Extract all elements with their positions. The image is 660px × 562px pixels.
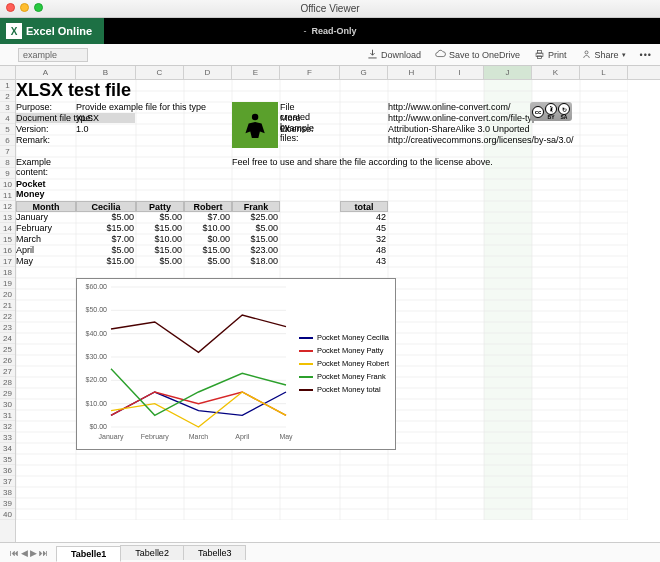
row-header-32[interactable]: 32 [0,421,15,432]
more-button[interactable]: ••• [640,50,652,60]
save-onedrive-button[interactable]: Save to OneDrive [435,49,520,60]
svg-text:$60.00: $60.00 [86,283,108,290]
row-header-31[interactable]: 31 [0,410,15,421]
row-header-40[interactable]: 40 [0,509,15,520]
row-header-33[interactable]: 33 [0,432,15,443]
sheet-tab-Tabelle2[interactable]: Tabelle2 [120,545,184,560]
row-header-11[interactable]: 11 [0,190,15,201]
row-header-8[interactable]: 8 [0,157,15,168]
row-header-12[interactable]: 12 [0,201,15,212]
row-header-37[interactable]: 37 [0,476,15,487]
row-header-7[interactable]: 7 [0,146,15,157]
row-header-9[interactable]: 9 [0,168,15,179]
nav-first-icon[interactable]: ⏮ [10,548,19,558]
row-header-28[interactable]: 28 [0,377,15,388]
spreadsheet-grid[interactable]: ABCDEFGHIJKL 123456789101112131415161718… [0,66,660,542]
row-header-18[interactable]: 18 [0,267,15,278]
svg-text:$10.00: $10.00 [86,400,108,407]
row-header-5[interactable]: 5 [0,124,15,135]
row-header-27[interactable]: 27 [0,366,15,377]
col-header-E[interactable]: E [232,66,280,79]
row-header-2[interactable]: 2 [0,91,15,102]
row-header-6[interactable]: 6 [0,135,15,146]
svg-text:January: January [99,433,124,441]
document-name-field[interactable]: example [18,48,88,62]
sheet-nav[interactable]: ⏮ ◀ ▶ ⏭ [10,548,48,558]
col-header-C[interactable]: C [136,66,184,79]
sheet-tab-bar: ⏮ ◀ ▶ ⏭ Tabelle1Tabelle2Tabelle3 [0,542,660,562]
cc-license-badge: cc⦚BY↻SA [530,102,572,121]
row-header-21[interactable]: 21 [0,300,15,311]
svg-text:$30.00: $30.00 [86,353,108,360]
col-header-I[interactable]: I [436,66,484,79]
brand-tile[interactable]: Excel Online [0,18,104,44]
close-window-button[interactable] [6,3,15,12]
row-header-39[interactable]: 39 [0,498,15,509]
row-header-29[interactable]: 29 [0,388,15,399]
svg-text:March: March [189,433,209,440]
clipart-image [232,102,278,148]
window-titlebar: Office Viewer [0,0,660,18]
sheet-tab-Tabelle3[interactable]: Tabelle3 [183,545,247,560]
readonly-indicator: - Read-Only [303,26,356,36]
row-header-34[interactable]: 34 [0,443,15,454]
row-header-16[interactable]: 16 [0,245,15,256]
col-header-L[interactable]: L [580,66,628,79]
row-header-23[interactable]: 23 [0,322,15,333]
excel-icon [6,23,22,39]
row-headers[interactable]: 1234567891011121314151617181920212223242… [0,80,16,542]
row-header-10[interactable]: 10 [0,179,15,190]
col-header-G[interactable]: G [340,66,388,79]
cell-area[interactable]: XLSX test filePurpose:Provide example fi… [16,80,660,542]
col-header-H[interactable]: H [388,66,436,79]
share-button[interactable]: Share ▾ [581,49,626,60]
row-header-24[interactable]: 24 [0,333,15,344]
row-header-26[interactable]: 26 [0,355,15,366]
row-header-38[interactable]: 38 [0,487,15,498]
row-header-19[interactable]: 19 [0,278,15,289]
row-header-25[interactable]: 25 [0,344,15,355]
cloud-icon [435,49,446,60]
print-button[interactable]: Print [534,49,567,60]
col-header-J[interactable]: J [484,66,532,79]
pocket-money-chart: $0.00$10.00$20.00$30.00$40.00$50.00$60.0… [76,278,396,450]
column-headers[interactable]: ABCDEFGHIJKL [0,66,660,80]
brand-label: Excel Online [26,25,92,37]
row-header-3[interactable]: 3 [0,102,15,113]
col-header-D[interactable]: D [184,66,232,79]
row-header-36[interactable]: 36 [0,465,15,476]
svg-point-3 [585,51,588,54]
maximize-window-button[interactable] [34,3,43,12]
chart-legend: Pocket Money CeciliaPocket Money PattyPo… [299,331,389,397]
col-header-A[interactable]: A [16,66,76,79]
row-header-35[interactable]: 35 [0,454,15,465]
row-header-1[interactable]: 1 [0,80,15,91]
svg-text:$50.00: $50.00 [86,306,108,313]
print-icon [534,49,545,60]
sheet-tab-Tabelle1[interactable]: Tabelle1 [56,546,121,562]
minimize-window-button[interactable] [20,3,29,12]
row-header-14[interactable]: 14 [0,223,15,234]
col-header-K[interactable]: K [532,66,580,79]
app-ribbon: Excel Online - Read-Only [0,18,660,44]
row-header-20[interactable]: 20 [0,289,15,300]
nav-next-icon[interactable]: ▶ [30,548,37,558]
row-header-22[interactable]: 22 [0,311,15,322]
nav-last-icon[interactable]: ⏭ [39,548,48,558]
window-title: Office Viewer [300,3,359,14]
col-header-B[interactable]: B [76,66,136,79]
svg-text:$20.00: $20.00 [86,376,108,383]
share-icon [581,49,592,60]
download-icon [367,49,378,60]
row-header-17[interactable]: 17 [0,256,15,267]
row-header-4[interactable]: 4 [0,113,15,124]
download-button[interactable]: Download [367,49,421,60]
row-header-30[interactable]: 30 [0,399,15,410]
svg-text:$40.00: $40.00 [86,330,108,337]
row-header-13[interactable]: 13 [0,212,15,223]
row-header-15[interactable]: 15 [0,234,15,245]
toolbar: example Download Save to OneDrive Print … [0,44,660,66]
nav-prev-icon[interactable]: ◀ [21,548,28,558]
svg-text:February: February [141,433,170,441]
col-header-F[interactable]: F [280,66,340,79]
